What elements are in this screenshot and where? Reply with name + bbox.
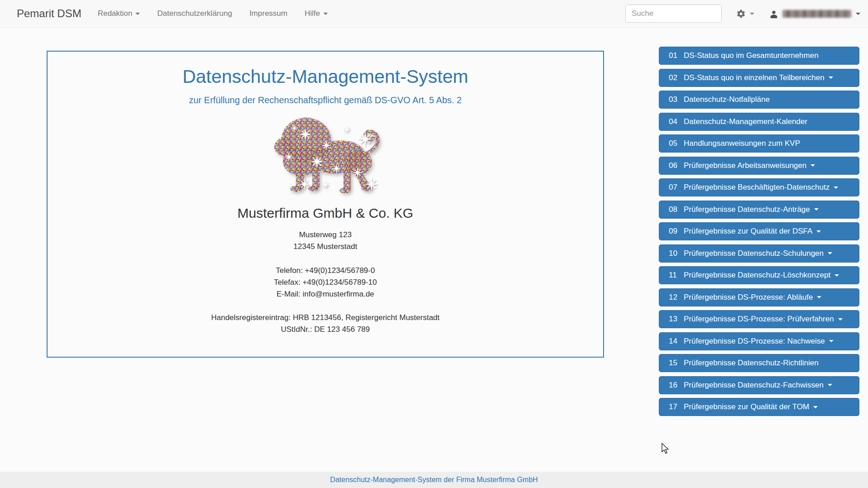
page-footer: Datenschutz-Management-System der Firma …	[0, 472, 868, 488]
sidebar-item-11[interactable]: 11 Prüfergebnisse Datenschutz-Löschkonze…	[659, 266, 859, 284]
phone-line: Telefon: +49(0)1234/56789-0	[48, 265, 603, 277]
chevron-down-icon	[838, 318, 843, 321]
chapter-sidebar: 01 DS-Status quo im Gesamtunternehmen 02…	[659, 47, 859, 420]
search-input[interactable]	[625, 5, 722, 23]
nav-links: Redaktion Datenschutzerklärung Impressum…	[82, 9, 328, 18]
nav-item-hilfe[interactable]: Hilfe	[305, 9, 328, 18]
chevron-down-icon	[856, 13, 860, 15]
cover-page-card: Datenschutz-Management-System zur Erfüll…	[47, 51, 604, 358]
user-name-redacted	[782, 10, 851, 18]
sidebar-item-13[interactable]: 13 Prüfergebnisse DS-Prozesse: Prüfverfa…	[659, 310, 859, 328]
sidebar-item-14[interactable]: 14 Prüfergebnisse DS-Prozesse: Nachweise	[659, 332, 859, 350]
chevron-down-icon	[828, 252, 832, 254]
sidebar-item-10[interactable]: 10 Prüfergebnisse Datenschutz-Schulungen	[659, 244, 859, 263]
company-legal: Handelsregistereintrag: HRB 1213456, Reg…	[48, 312, 603, 335]
chevron-down-icon	[816, 230, 821, 233]
glitter-lion-image	[267, 111, 384, 199]
footer-link[interactable]: Datenschutz-Management-System der Firma …	[330, 476, 538, 484]
company-name: Musterfirma GmbH & Co. KG	[48, 206, 603, 221]
chevron-down-icon	[829, 77, 833, 79]
vat-line: UStIdNr.: DE 123 456 789	[48, 324, 603, 335]
page-subtitle: zur Erfüllung der Rechenschaftspflicht g…	[48, 95, 603, 105]
settings-menu[interactable]	[736, 0, 754, 28]
nav-item-redaktion[interactable]: Redaktion	[98, 9, 140, 18]
chevron-down-icon	[814, 208, 819, 211]
chevron-down-icon	[834, 187, 838, 189]
page-title: Datenschutz-Management-System	[48, 66, 603, 87]
chevron-down-icon	[750, 13, 754, 15]
chevron-down-icon	[828, 384, 832, 386]
sidebar-item-07[interactable]: 07 Prüfergebnisse Beschäftigten-Datensch…	[659, 178, 859, 196]
sidebar-item-15[interactable]: 15 Prüfergebnisse Datenschutz-Richtlinie…	[659, 354, 859, 372]
company-contact: Telefon: +49(0)1234/56789-0 Telefax: +49…	[48, 265, 603, 300]
chevron-down-icon	[829, 340, 834, 342]
register-line: Handelsregistereintrag: HRB 1213456, Reg…	[48, 312, 603, 324]
user-icon	[769, 9, 779, 19]
top-navbar: Pemarit DSM Redaktion Datenschutzerkläru…	[0, 0, 868, 28]
sidebar-item-03[interactable]: 03 Datenschutz-Notfallpläne	[659, 91, 859, 109]
chevron-down-icon	[323, 13, 328, 15]
sidebar-item-08[interactable]: 08 Prüfergebnisse Datenschutz-Anträge	[659, 201, 859, 219]
nav-item-datenschutzerklärung[interactable]: Datenschutzerklärung	[157, 9, 232, 18]
sidebar-item-05[interactable]: 05 Handlungsanweisungen zum KVP	[659, 134, 859, 153]
chevron-down-icon	[813, 406, 818, 408]
sidebar-item-16[interactable]: 16 Prüfergebnisse Datenschutz-Fachwissen	[659, 376, 859, 394]
app-brand[interactable]: Pemarit DSM	[17, 7, 82, 20]
fax-line: Telefax: +49(0)1234/56789-10	[48, 277, 603, 288]
chevron-down-icon	[817, 296, 821, 298]
nav-item-impressum[interactable]: Impressum	[249, 9, 288, 18]
sidebar-item-04[interactable]: 04 Datenschutz-Management-Kalender	[659, 113, 859, 131]
sidebar-item-02[interactable]: 02 DS-Status quo in einzelnen Teilbereic…	[659, 69, 859, 87]
company-address: Musterweg 123 12345 Musterstadt	[48, 229, 603, 253]
sidebar-item-12[interactable]: 12 Prüfergebnisse DS-Prozesse: Abläufe	[659, 288, 859, 306]
address-line: Musterweg 123	[48, 229, 603, 241]
sidebar-item-17[interactable]: 17 Prüfergebnisse zur Qualität der TOM	[659, 398, 859, 416]
sidebar-item-01[interactable]: 01 DS-Status quo im Gesamtunternehmen	[659, 47, 859, 65]
mouse-cursor	[660, 443, 670, 456]
email-line: E-Mail: info@musterfirma.de	[48, 288, 603, 300]
sidebar-item-06[interactable]: 06 Prüfergebnisse Arbeitsanweisungen	[659, 157, 859, 175]
chevron-down-icon	[135, 13, 140, 15]
address-line: 12345 Musterstadt	[48, 241, 603, 253]
gear-icon	[736, 9, 746, 19]
chevron-down-icon	[834, 274, 839, 277]
sidebar-item-09[interactable]: 09 Prüfergebnisse zur Qualität der DSFA	[659, 222, 859, 240]
user-menu[interactable]	[769, 0, 860, 28]
chevron-down-icon	[810, 164, 815, 167]
